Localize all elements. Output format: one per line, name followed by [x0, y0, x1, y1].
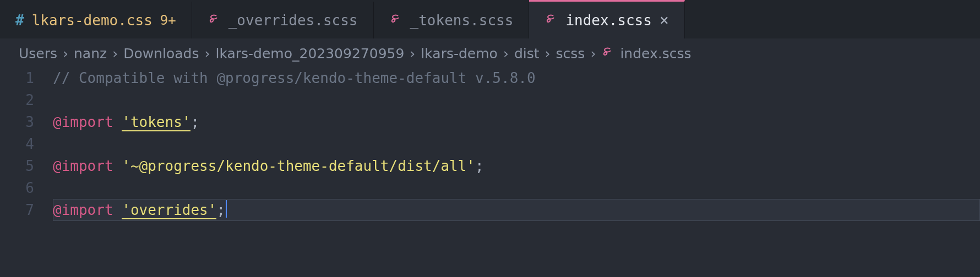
tab-tokens-scss[interactable]: _tokens.scss	[374, 2, 530, 38]
line-number: 1	[0, 67, 34, 89]
code-line	[53, 89, 980, 111]
code-line-current: @import 'overrides';	[53, 199, 980, 221]
punct-token: ;	[190, 114, 199, 130]
tab-bar: # lkars-demo.css 9+ _overrides.scss _tok…	[0, 0, 980, 38]
code-line	[53, 133, 980, 155]
tab-label: index.scss	[565, 12, 652, 29]
chevron-right-icon: ›	[503, 46, 509, 62]
punct-token: ;	[475, 158, 484, 174]
tab-overrides-scss[interactable]: _overrides.scss	[192, 2, 374, 38]
tab-index-scss[interactable]: index.scss ×	[529, 0, 684, 38]
line-number: 6	[0, 177, 34, 199]
chevron-right-icon: ›	[590, 46, 596, 62]
crumb-file[interactable]: index.scss	[620, 46, 691, 62]
keyword-token: @import	[53, 202, 113, 218]
string-token: 'overrides'	[122, 202, 216, 219]
crumb[interactable]: lkars-demo	[421, 46, 498, 62]
crumb[interactable]: Downloads	[123, 46, 199, 62]
code-line: @import 'tokens';	[53, 111, 980, 133]
line-number: 3	[0, 111, 34, 133]
string-token: '~@progress/kendo-theme-default/dist/all…	[122, 158, 475, 174]
chevron-right-icon: ›	[112, 46, 118, 62]
breadcrumb: Users › nanz › Downloads › lkars-demo_20…	[0, 38, 980, 65]
tab-modified-badge: 9+	[160, 13, 176, 28]
close-icon[interactable]: ×	[660, 11, 669, 29]
chevron-right-icon: ›	[204, 46, 210, 62]
code-line: // Compatible with @progress/kendo-theme…	[53, 67, 980, 89]
code-line	[53, 177, 980, 199]
chevron-right-icon: ›	[545, 46, 551, 62]
line-number: 5	[0, 155, 34, 177]
sass-icon	[545, 12, 558, 29]
tab-label: lkars-demo.css	[32, 12, 153, 29]
sass-icon	[601, 45, 614, 62]
gutter: 1 2 3 4 5 6 7	[0, 67, 53, 221]
punct-token: ;	[216, 202, 225, 218]
crumb[interactable]: dist	[514, 46, 540, 62]
hash-icon: #	[15, 12, 24, 29]
keyword-token: @import	[53, 114, 113, 130]
code-line: @import '~@progress/kendo-theme-default/…	[53, 155, 980, 177]
chevron-right-icon: ›	[410, 46, 415, 62]
code-area[interactable]: // Compatible with @progress/kendo-theme…	[53, 67, 980, 221]
comment-token: // Compatible with @progress/kendo-theme…	[53, 70, 536, 86]
crumb[interactable]: Users	[19, 46, 57, 62]
line-number: 7	[0, 199, 34, 221]
text-cursor	[226, 200, 227, 218]
tab-label: _overrides.scss	[228, 12, 358, 29]
string-token: 'tokens'	[122, 114, 190, 131]
code-editor[interactable]: 1 2 3 4 5 6 7 // Compatible with @progre…	[0, 65, 980, 221]
tab-label: _tokens.scss	[410, 12, 514, 29]
keyword-token: @import	[53, 158, 113, 174]
line-number: 2	[0, 89, 34, 111]
crumb[interactable]: lkars-demo_202309270959	[215, 46, 404, 62]
sass-icon	[208, 12, 221, 29]
line-number: 4	[0, 133, 34, 155]
sass-icon	[389, 12, 402, 29]
crumb[interactable]: nanz	[74, 46, 107, 62]
tab-lkars-demo-css[interactable]: # lkars-demo.css 9+	[0, 2, 192, 38]
chevron-right-icon: ›	[63, 46, 68, 62]
crumb[interactable]: scss	[556, 46, 585, 62]
